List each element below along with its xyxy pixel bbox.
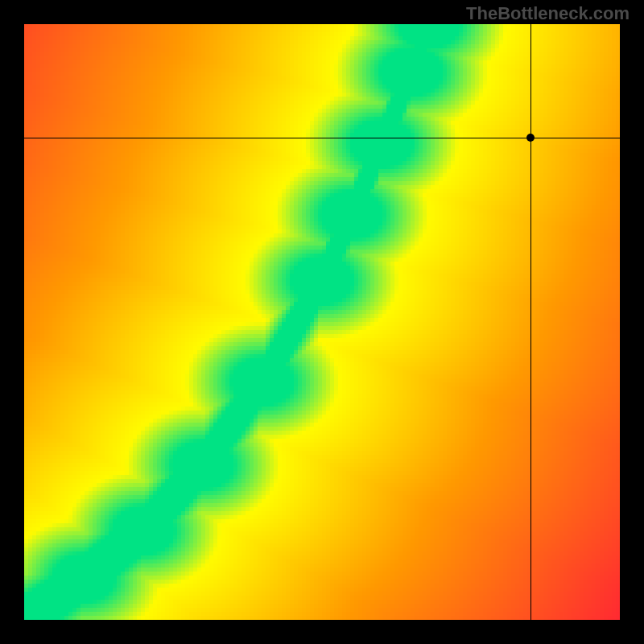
selection-marker xyxy=(526,134,535,142)
heatmap-plot xyxy=(24,24,620,620)
crosshair-vertical xyxy=(530,24,531,620)
watermark-text: TheBottleneck.com xyxy=(466,3,630,24)
